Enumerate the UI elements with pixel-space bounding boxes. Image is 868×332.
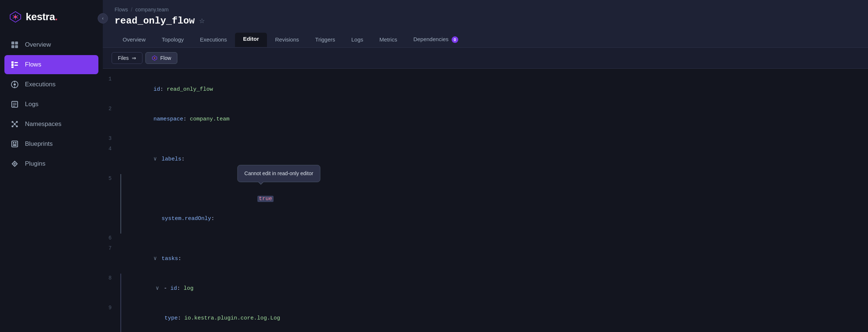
svg-line-30 (13, 122, 14, 124)
sidebar-item-blueprints[interactable]: Blueprints (4, 134, 98, 154)
svg-point-28 (16, 126, 18, 127)
breadcrumb: Flows / company.team (115, 7, 856, 12)
main-content: Flows / company.team read_only_flow ☆ Ov… (103, 0, 868, 332)
tab-editor[interactable]: Editor (235, 33, 267, 47)
flow-button[interactable]: Flow (145, 52, 178, 64)
val-type: io.kestra.plugin.core.log.Log (184, 315, 280, 321)
svg-point-1 (14, 15, 17, 18)
svg-line-32 (13, 125, 14, 126)
sidebar: kestra. ‹ Overview (0, 0, 103, 332)
key-tasks: tasks (162, 256, 178, 262)
sidebar-item-executions[interactable]: Executions (4, 75, 98, 94)
tab-metrics[interactable]: Metrics (371, 33, 405, 47)
sidebar-item-overview[interactable]: Overview (4, 35, 98, 54)
svg-rect-34 (12, 141, 18, 147)
tab-topology[interactable]: Topology (154, 33, 192, 47)
blueprints-icon (10, 140, 19, 148)
sidebar-item-plugins[interactable]: Plugins (4, 154, 98, 173)
tooltip-text: Cannot edit in read-only editor (245, 170, 314, 176)
sidebar-item-namespaces-label: Namespaces (25, 120, 61, 128)
code-line-3: 3 (103, 134, 868, 144)
tab-triggers[interactable]: Triggers (307, 33, 343, 47)
sidebar-item-namespaces[interactable]: Namespaces (4, 115, 98, 134)
sidebar-item-overview-label: Overview (25, 41, 51, 48)
svg-line-6 (13, 18, 14, 18)
svg-rect-10 (11, 45, 14, 48)
key-type: type (164, 315, 178, 321)
val-task-log: log (184, 285, 194, 292)
svg-line-31 (15, 122, 17, 124)
svg-rect-13 (11, 64, 14, 66)
svg-rect-37 (13, 144, 17, 146)
line-content-4: ∨ labels: (120, 144, 859, 174)
sidebar-collapse-button[interactable]: ‹ (98, 13, 108, 24)
svg-point-25 (12, 121, 14, 123)
tooltip-container: true Cannot edit in read-only editor (218, 184, 274, 224)
code-line-4: 4 ∨ labels: (103, 144, 868, 174)
line-content-3 (120, 134, 859, 144)
line-content-6 (120, 234, 859, 243)
tab-revisions[interactable]: Revisions (267, 33, 307, 47)
svg-rect-12 (11, 61, 14, 64)
code-line-2: 2 namespace: company.team (103, 104, 868, 134)
line-number-2: 2 (103, 104, 120, 113)
sidebar-item-flows-label: Flows (25, 61, 41, 68)
sidebar-item-logs-label: Logs (25, 101, 39, 108)
flow-label: Flow (160, 55, 171, 61)
editor-area: Files ⇒ Flow 1 id: read_only_flow (103, 48, 868, 332)
sidebar-item-blueprints-label: Blueprints (25, 140, 53, 148)
code-editor[interactable]: 1 id: read_only_flow 2 namespace: compan… (103, 69, 868, 332)
val-namespace: company.team (190, 116, 229, 122)
line-content-9: type: io.kestra.plugin.core.log.Log (120, 303, 859, 332)
kestra-logo-icon (9, 10, 22, 24)
logs-icon (10, 100, 19, 109)
svg-point-26 (16, 121, 18, 123)
executions-icon (10, 80, 19, 89)
collapse-arrow-tasks[interactable]: ∨ (153, 256, 160, 262)
page-header: Flows / company.team read_only_flow ☆ Ov… (103, 0, 868, 48)
svg-rect-14 (11, 66, 14, 68)
sidebar-nav: Overview Flows (0, 35, 103, 173)
tab-overview[interactable]: Overview (115, 33, 154, 47)
line-content-1: id: read_only_flow (120, 75, 859, 104)
tab-executions[interactable]: Executions (192, 33, 235, 47)
code-line-9: 9 type: io.kestra.plugin.core.log.Log (103, 303, 868, 332)
line-number-7: 7 (103, 244, 120, 253)
page-title-row: read_only_flow ☆ (115, 15, 856, 26)
svg-rect-36 (15, 142, 17, 144)
val-true: true (257, 196, 274, 202)
code-line-7: 7 ∨ tasks: (103, 244, 868, 274)
line-number-3: 3 (103, 134, 120, 143)
svg-point-18 (14, 83, 16, 86)
svg-line-4 (13, 15, 14, 16)
code-line-5: 5 system.readOnly: true Cannot edit in r… (103, 174, 868, 234)
breadcrumb-flows[interactable]: Flows (115, 7, 128, 12)
line-number-4: 4 (103, 144, 120, 154)
tab-dependencies[interactable]: Dependencies 0 (405, 32, 466, 47)
svg-point-27 (12, 126, 14, 127)
grid-icon (10, 40, 19, 49)
sidebar-item-flows[interactable]: Flows (4, 55, 98, 74)
tab-logs[interactable]: Logs (343, 33, 372, 47)
logo: kestra. (0, 0, 103, 35)
code-line-8: 8 ∨ - id: log (103, 274, 868, 303)
svg-rect-15 (14, 62, 18, 63)
plugins-icon (10, 159, 19, 168)
svg-rect-16 (14, 65, 18, 66)
svg-rect-11 (15, 45, 18, 48)
editor-toolbar: Files ⇒ Flow (103, 48, 868, 69)
collapse-arrow-labels[interactable]: ∨ (153, 156, 160, 162)
line-number-9: 9 (103, 303, 120, 313)
breadcrumb-separator: / (131, 7, 133, 12)
sidebar-item-executions-label: Executions (25, 81, 55, 88)
sidebar-item-logs[interactable]: Logs (4, 95, 98, 114)
logo-text: kestra. (26, 11, 58, 23)
line-content-8: ∨ - id: log (120, 274, 859, 303)
line-content-5: system.readOnly: true Cannot edit in rea… (120, 174, 859, 234)
files-button[interactable]: Files ⇒ (112, 52, 142, 64)
namespaces-icon (10, 120, 19, 129)
collapse-arrow-task[interactable]: ∨ (156, 285, 162, 292)
svg-point-41 (154, 57, 155, 59)
breadcrumb-namespace[interactable]: company.team (135, 7, 169, 12)
favorite-icon[interactable]: ☆ (199, 17, 205, 25)
